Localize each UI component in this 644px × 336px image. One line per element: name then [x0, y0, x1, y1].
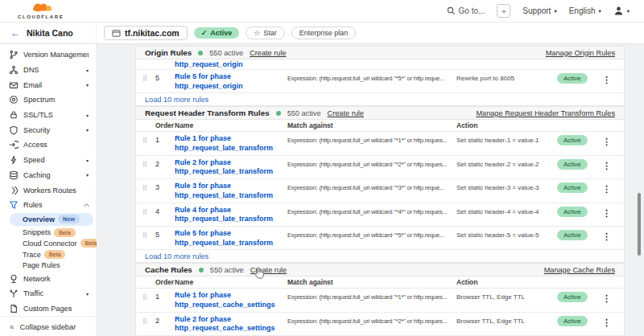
rule-name-line2: http_request_late_transform: [175, 144, 287, 154]
website-icon: [112, 29, 121, 38]
rule-name-link[interactable]: Rule 2 for phasehttp_request_cache_setti…: [175, 315, 287, 334]
rule-action: Set static header-4 = value-4: [456, 206, 557, 215]
star-button[interactable]: ☆ Star: [246, 27, 285, 39]
create-rule-link[interactable]: Create rule: [328, 109, 364, 117]
create-rule-link[interactable]: Create rule: [250, 266, 287, 274]
drag-handle-icon[interactable]: ⠿: [142, 72, 155, 83]
rule-name-link[interactable]: Rule 5 for phasehttp_request_origin: [175, 72, 287, 91]
check-icon: ✓: [201, 29, 208, 37]
cloudflare-logo[interactable]: CLOUDFLARE: [18, 2, 64, 19]
drag-handle-icon[interactable]: ⠿: [142, 182, 155, 192]
rule-name-link[interactable]: http_request_origin: [175, 59, 287, 70]
rule-name-link[interactable]: Rule 4 for phasehttp_request_late_transf…: [175, 206, 287, 224]
sidebar-item-speed[interactable]: Speed ▾: [0, 153, 96, 168]
kebab-menu-icon[interactable]: ⋮: [602, 315, 611, 328]
sidebar-item-access[interactable]: Access: [0, 137, 96, 153]
sidebar-item-network[interactable]: Network: [0, 271, 96, 286]
load-more-rules-link[interactable]: Load 10 more rules: [136, 250, 624, 263]
kebab-menu-icon[interactable]: ⋮: [602, 229, 611, 242]
sidebar-item-custom-pages[interactable]: Custom Pages: [0, 301, 96, 317]
caret-down-icon: ▾: [627, 8, 630, 14]
sidebar-item-workers-routes[interactable]: Workers Routes: [0, 182, 96, 198]
workers-icon: [9, 186, 19, 195]
status-badge: Active: [557, 73, 588, 84]
manage-cache-rules-link[interactable]: Manage Cache Rules: [544, 266, 615, 274]
sidebar-subitem-cloud-connector[interactable]: Cloud Connector Beta: [0, 238, 96, 249]
manage-origin-rules-link[interactable]: Manage Origin Rules: [546, 49, 615, 57]
main-content: Origin Rules 550 active Create rule Mana…: [97, 44, 644, 336]
sidebar-item-label: Security: [23, 126, 81, 134]
drag-handle-icon[interactable]: ⠿: [142, 134, 155, 145]
support-menu[interactable]: Support ▾: [522, 6, 556, 15]
sidebar-item-ssl-tls[interactable]: SSL/TLS ▾: [0, 108, 96, 123]
sidebar-item-rules[interactable]: Rules: [0, 198, 96, 213]
status-badge: Active: [557, 159, 588, 170]
rule-name-line2: http_request_origin: [175, 82, 287, 92]
table-column-headers: Order Name Match against Action: [136, 277, 624, 289]
user-menu[interactable]: ▾: [613, 6, 630, 16]
kebab-menu-icon[interactable]: ⋮: [602, 182, 611, 195]
active-count: 550 active: [209, 49, 243, 57]
table-row: ⠿ 3 Rule 3 for phasehttp_request_late_tr…: [136, 179, 624, 203]
rule-match: Expression: (http.request.full_uri wildc…: [287, 182, 456, 191]
drag-handle-icon[interactable]: ⠿: [142, 291, 155, 301]
rule-order: 5: [155, 229, 175, 239]
add-button[interactable]: +: [497, 4, 510, 18]
language-label: English: [569, 6, 596, 15]
domain-selector[interactable]: tf.nikitac.com: [104, 26, 188, 40]
sidebar-item-version-management[interactable]: Version Management: [0, 47, 96, 63]
vertical-scrollbar[interactable]: [638, 193, 641, 256]
rule-action: Set static header-2 = value-2: [456, 158, 557, 168]
sidebar-item-traffic[interactable]: Traffic ▾: [0, 286, 96, 301]
subitem-label: Snippets: [23, 228, 51, 236]
rule-name-link[interactable]: Rule 2 for phasehttp_request_late_transf…: [175, 158, 287, 177]
subitem-label: Cloud Connector: [23, 240, 77, 248]
create-rule-link[interactable]: Create rule: [250, 49, 286, 57]
load-more-rules-link[interactable]: Load 10 more rules: [136, 93, 624, 106]
table-row: ⠿ 5 Rule 5 for phasehttp_request_late_tr…: [136, 227, 624, 250]
section-request-header-transform-header: Request Header Transform Rules 550 activ…: [136, 106, 624, 120]
drag-handle-icon[interactable]: ⠿: [142, 206, 155, 216]
kebab-menu-icon[interactable]: ⋮: [602, 72, 611, 85]
sidebar-item-security[interactable]: Security ▾: [0, 122, 96, 137]
kebab-menu-icon[interactable]: ⋮: [602, 134, 611, 147]
sidebar-subitem-page-rules[interactable]: Page Rules: [0, 260, 96, 272]
sidebar: Version Management DNS ▾ Email ▾ Spectru…: [0, 44, 97, 336]
sidebar-item-caching[interactable]: Caching ▾: [0, 168, 96, 183]
star-icon: ☆: [254, 29, 260, 37]
kebab-menu-icon[interactable]: ⋮: [602, 206, 611, 219]
sidebar-item-dns[interactable]: DNS ▾: [0, 63, 96, 78]
section-title: Cache Rules: [145, 265, 192, 274]
rule-name-link[interactable]: Rule 1 for phasehttp_request_late_transf…: [175, 134, 287, 153]
drag-handle-icon[interactable]: ⠿: [142, 315, 155, 326]
rules-card: Origin Rules 550 active Create rule Mana…: [135, 46, 625, 336]
rule-name-line1: Rule 4 for phase: [175, 206, 287, 215]
rule-name-link[interactable]: Rule 1 for phasehttp_request_cache_setti…: [175, 291, 287, 309]
sidebar-item-spectrum[interactable]: Spectrum: [0, 92, 96, 108]
sidebar-item-label: Spectrum: [23, 96, 89, 104]
sidebar-item-label: Version Management: [23, 51, 89, 59]
rule-name-line2: http_request_cache_settings: [175, 324, 287, 334]
sidebar-item-label: Email: [23, 81, 81, 89]
account-back[interactable]: ← Nikita Cano: [0, 23, 97, 43]
rule-action: Browser TTL, Edge TTL: [456, 315, 557, 325]
sidebar-subitem-snippets[interactable]: Snippets Beta: [0, 227, 96, 238]
manage-transform-rules-link[interactable]: Manage Request Header Transform Rules: [476, 109, 615, 117]
kebab-menu-icon[interactable]: ⋮: [602, 158, 611, 171]
plan-label: Enterprise plan: [299, 29, 349, 37]
sidebar-subitem-overview[interactable]: Overview New: [10, 213, 93, 227]
collapse-sidebar-button[interactable]: « Collapse sidebar: [0, 316, 96, 336]
caret-down-icon: ▾: [86, 127, 89, 133]
rule-name-line2: http_request_late_transform: [175, 215, 287, 224]
rule-name-line1: Rule 1 for phase: [175, 291, 287, 301]
sidebar-subitem-trace[interactable]: Trace Beta: [0, 249, 96, 260]
drag-handle-icon[interactable]: ⠿: [142, 158, 155, 169]
rule-name-link[interactable]: Rule 3 for phasehttp_request_late_transf…: [175, 182, 287, 200]
drag-handle-icon[interactable]: ⠿: [142, 229, 155, 240]
rule-name-link[interactable]: Rule 5 for phasehttp_request_late_transf…: [175, 229, 287, 248]
goto-search[interactable]: Go to...: [447, 6, 485, 15]
language-menu[interactable]: English ▾: [569, 6, 601, 15]
sidebar-item-email[interactable]: Email ▾: [0, 77, 96, 92]
shield-icon: [9, 125, 19, 135]
kebab-menu-icon[interactable]: ⋮: [602, 291, 611, 304]
